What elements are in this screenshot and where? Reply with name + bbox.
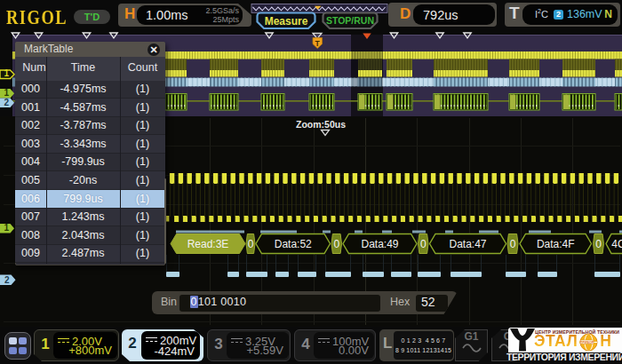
svg-text:0: 0 [248, 238, 254, 250]
svg-text:Data:47: Data:47 [449, 238, 486, 250]
svg-text:Data:49: Data:49 [361, 238, 398, 250]
svg-text:Data:52: Data:52 [275, 238, 312, 250]
svg-text:STOP/RUN: STOP/RUN [326, 15, 374, 26]
svg-text:4C: 4C [611, 238, 622, 250]
svg-text:Data:4F: Data:4F [537, 238, 575, 250]
svg-text:0: 0 [420, 238, 427, 250]
svg-text:0: 0 [333, 238, 339, 250]
svg-text:0: 0 [595, 238, 602, 250]
svg-text:0: 0 [510, 238, 516, 250]
svg-text:ПРИБОР: ПРИБОР [580, 340, 594, 344]
svg-text:Read:3E: Read:3E [187, 238, 229, 250]
svg-text:Measure: Measure [265, 15, 308, 28]
